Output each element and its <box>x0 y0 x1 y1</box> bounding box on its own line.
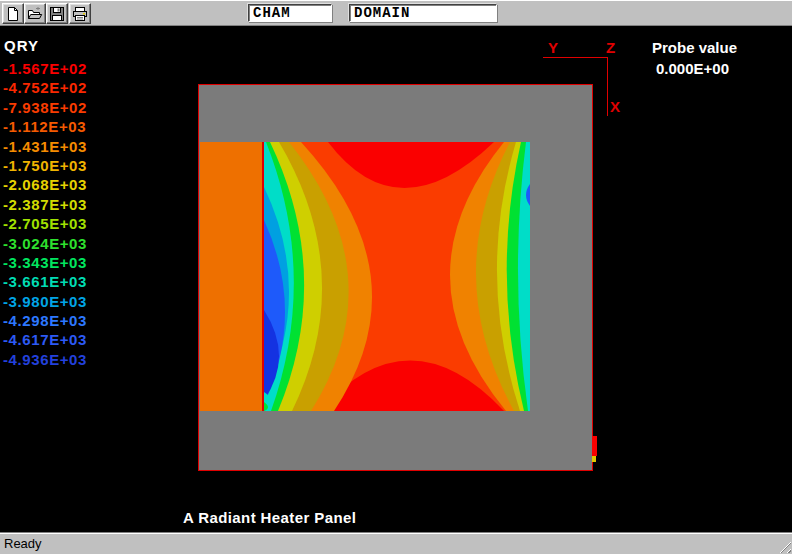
probe-value-readout: 0.000E+00 <box>656 60 729 77</box>
open-button[interactable] <box>24 3 46 24</box>
new-button[interactable] <box>2 3 24 24</box>
legend-value: -1.112E+03 <box>3 117 87 136</box>
axis-line-vertical <box>607 57 608 116</box>
save-button[interactable] <box>46 3 68 24</box>
legend-value: -4.298E+03 <box>3 311 87 330</box>
axis-z-label: Z <box>606 39 615 56</box>
legend-value: -2.387E+03 <box>3 195 87 214</box>
contour-plot[interactable] <box>264 142 530 411</box>
legend-value: -4.752E+02 <box>3 78 87 97</box>
open-folder-icon <box>27 6 43 22</box>
legend-value: -3.343E+03 <box>3 253 87 272</box>
toolbar <box>0 0 792 26</box>
probe-marker[interactable] <box>592 436 597 456</box>
save-floppy-icon <box>49 6 65 22</box>
application-window: QRY -1.567E+02 -4.752E+02 -7.938E+02 -1.… <box>0 0 792 554</box>
legend-value: -7.938E+02 <box>3 98 87 117</box>
status-text: Ready <box>4 536 42 551</box>
domain-field[interactable] <box>349 4 497 22</box>
heater-panel <box>200 142 262 411</box>
probe-value-label: Probe value <box>652 39 737 56</box>
print-icon <box>72 6 88 22</box>
legend-title: QRY <box>4 37 39 54</box>
legend-value: -4.617E+03 <box>3 330 87 349</box>
legend-value: -1.750E+03 <box>3 156 87 175</box>
legend-value: -3.024E+03 <box>3 234 87 253</box>
axis-line-horizontal <box>543 57 608 58</box>
axis-x-label: X <box>610 98 620 115</box>
status-bar: Ready <box>0 532 792 554</box>
legend-value: -3.980E+03 <box>3 292 87 311</box>
print-button[interactable] <box>69 3 91 24</box>
legend-value: -2.068E+03 <box>3 175 87 194</box>
axis-y-label: Y <box>548 39 558 56</box>
cham-field[interactable] <box>248 4 332 22</box>
qry-contour-field <box>264 142 530 411</box>
legend-value: -1.431E+03 <box>3 137 87 156</box>
probe-marker-tip <box>592 456 596 462</box>
legend-value: -1.567E+02 <box>3 59 87 78</box>
legend-value: -3.661E+03 <box>3 272 87 291</box>
plot-title: A Radiant Heater Panel <box>183 509 356 526</box>
legend: -1.567E+02 -4.752E+02 -7.938E+02 -1.112E… <box>3 59 87 369</box>
resize-grip-icon[interactable] <box>778 540 791 553</box>
new-document-icon <box>5 6 21 22</box>
legend-value: -2.705E+03 <box>3 214 87 233</box>
legend-value: -4.936E+03 <box>3 350 87 369</box>
